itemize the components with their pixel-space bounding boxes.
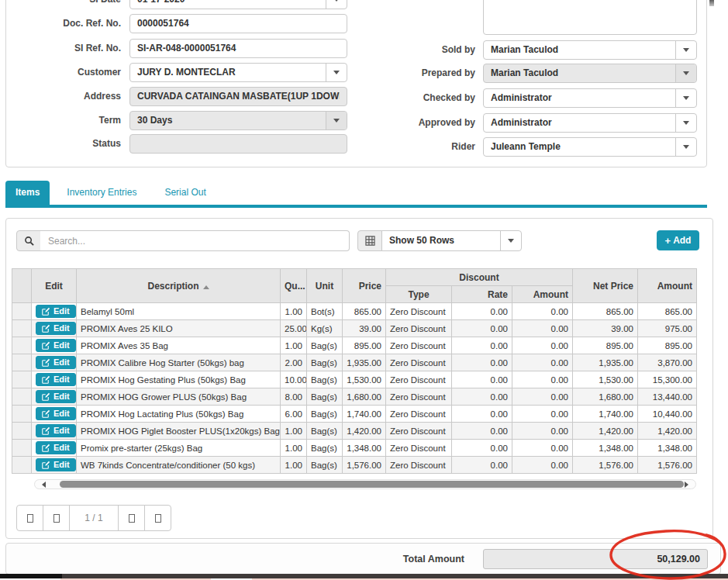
tab-items[interactable]: Items — [5, 181, 50, 205]
row-selector-cell — [12, 303, 32, 320]
tab-serial-out[interactable]: Serial Out — [154, 181, 216, 205]
cell-net-price: 895.00 — [573, 337, 638, 354]
table-row: Edit PROMIX Hog Gestating Plus (50kgs) B… — [12, 371, 697, 388]
edit-column-header: Edit — [32, 269, 77, 303]
customer-select[interactable]: JURY D. MONTECLAR — [129, 63, 347, 82]
cell-price: 1,680.00 — [343, 388, 386, 406]
doc-ref-field[interactable]: 0000051764 — [129, 14, 347, 33]
chevron-down-icon[interactable] — [675, 114, 696, 132]
cell-net-price: 1,680.00 — [573, 388, 638, 406]
cell-description: PROMIX Hog Gestating Plus (50kgs) Bag — [77, 371, 281, 388]
cell-net-price: 865.00 — [573, 303, 638, 320]
cell-quantity: 2.00 — [281, 354, 307, 371]
scrollbar-thumb[interactable] — [60, 481, 684, 488]
prev-page-button[interactable] — [43, 505, 70, 531]
remarks-textarea[interactable] — [483, 0, 697, 35]
cell-quantity: 6.00 — [281, 406, 307, 423]
edit-button[interactable]: Edit — [36, 441, 76, 454]
chevron-down-icon[interactable] — [326, 64, 347, 81]
scroll-right-icon[interactable] — [685, 482, 688, 488]
cell-amount: 975.00 — [638, 320, 697, 337]
cell-discount-type: Zero Discount — [386, 337, 452, 354]
cell-net-price: 1,420.00 — [573, 423, 638, 440]
horizontal-scrollbar[interactable] — [34, 479, 696, 489]
cell-net-price: 1,530.00 — [573, 371, 638, 388]
table-row: Edit PROMIX Aves 25 KILO 25.00 Kg(s) 39.… — [12, 320, 697, 337]
discount-amount-header: Amount — [512, 286, 573, 303]
edit-button[interactable]: Edit — [36, 458, 76, 471]
cell-discount-amount: 0.00 — [512, 440, 573, 457]
scroll-left-icon[interactable] — [42, 482, 46, 488]
table-row: Edit PROMIX Hog Lactating Plus (50kgs) B… — [12, 406, 697, 423]
chevron-down-icon[interactable] — [675, 89, 696, 107]
search-input[interactable] — [40, 230, 350, 251]
table-grid-icon[interactable] — [357, 230, 382, 251]
row-selector-cell — [12, 388, 32, 406]
cell-discount-amount: 0.00 — [512, 337, 573, 354]
table-row: Edit PROMIX HOG Grower PLUS (50kgs) Bag … — [12, 388, 697, 406]
cell-description: WB 7kinds Concentrate/conditioner (50 kg… — [77, 457, 281, 474]
cell-net-price: 1,348.00 — [573, 440, 638, 457]
cell-discount-rate: 0.00 — [452, 303, 512, 320]
last-page-icon — [155, 514, 161, 523]
edit-button[interactable]: Edit — [36, 373, 76, 386]
cell-discount-type: Zero Discount — [386, 440, 452, 457]
rider-select[interactable]: Juleann Temple — [483, 137, 697, 157]
edit-cell: Edit — [32, 440, 77, 457]
si-ref-field[interactable]: SI-AR-048-0000051764 — [129, 39, 347, 58]
rows-per-page-select[interactable]: Show 50 Rows — [381, 230, 522, 251]
sold-by-label: Sold by — [354, 40, 475, 60]
cell-amount: 15,300.00 — [638, 371, 697, 388]
customer-label: Customer — [6, 63, 121, 82]
cell-unit: Bag(s) — [307, 371, 343, 388]
cell-discount-type: Zero Discount — [386, 423, 452, 440]
description-column-header[interactable]: Description — [77, 269, 281, 303]
status-label: Status — [6, 134, 121, 154]
edit-button[interactable]: Edit — [36, 356, 76, 369]
address-field: CURVADA CATAINGAN MASBATE(1UP 1DOWN) — [129, 87, 347, 106]
next-page-button[interactable] — [118, 505, 145, 531]
tab-inventory-entries[interactable]: Inventory Entries — [56, 181, 147, 205]
chevron-down-icon[interactable] — [326, 0, 347, 9]
chevron-down-icon[interactable] — [675, 41, 696, 59]
checked-by-label: Checked by — [354, 88, 475, 108]
cell-discount-rate: 0.00 — [452, 371, 512, 388]
sold-by-select[interactable]: Marian Taculod — [483, 40, 697, 60]
cell-amount: 13,440.00 — [638, 388, 697, 406]
edit-button[interactable]: Edit — [36, 322, 76, 335]
search-icon[interactable] — [16, 230, 41, 251]
cell-amount: 1,420.00 — [638, 423, 697, 440]
si-date-select[interactable]: 01-17-2020 — [129, 0, 347, 9]
cell-description: Promix pre-starter (25kgs) Bag — [77, 440, 281, 457]
sort-ascending-icon — [203, 285, 209, 289]
cell-unit: Bag(s) — [307, 337, 343, 354]
edit-button[interactable]: Edit — [36, 407, 76, 420]
checked-by-select[interactable]: Administrator — [483, 88, 697, 108]
approved-by-select[interactable]: Administrator — [483, 113, 697, 133]
chevron-down-icon[interactable] — [675, 138, 696, 156]
first-page-button[interactable] — [16, 505, 43, 531]
cell-discount-amount: 0.00 — [512, 371, 573, 388]
cell-quantity: 1.00 — [281, 337, 307, 354]
selector-column-header — [12, 269, 32, 303]
discount-group-header: Discount — [386, 269, 573, 286]
cell-net-price: 1,935.00 — [573, 354, 638, 371]
total-amount-field: 50,129.00 — [483, 549, 708, 569]
pencil-square-icon — [42, 324, 50, 333]
add-item-button[interactable]: + Add — [657, 230, 699, 250]
next-page-icon — [129, 514, 135, 523]
edit-button[interactable]: Edit — [36, 305, 76, 318]
edit-button[interactable]: Edit — [36, 339, 76, 352]
edit-button[interactable]: Edit — [36, 390, 76, 403]
page-scrollbar-remnant — [709, 0, 714, 6]
items-tbody: Edit Belamyl 50ml 1.00 Bot(s) 865.00 Zer… — [12, 303, 697, 474]
cell-price: 1,420.00 — [343, 423, 386, 440]
cell-amount: 1,348.00 — [638, 440, 697, 457]
status-field — [129, 134, 347, 154]
cell-amount: 3,870.00 — [638, 354, 697, 371]
row-selector-cell — [12, 320, 32, 337]
cell-discount-type: Zero Discount — [386, 354, 452, 371]
last-page-button[interactable] — [144, 505, 171, 531]
edit-button[interactable]: Edit — [36, 424, 76, 437]
chevron-down-icon[interactable] — [500, 231, 521, 250]
